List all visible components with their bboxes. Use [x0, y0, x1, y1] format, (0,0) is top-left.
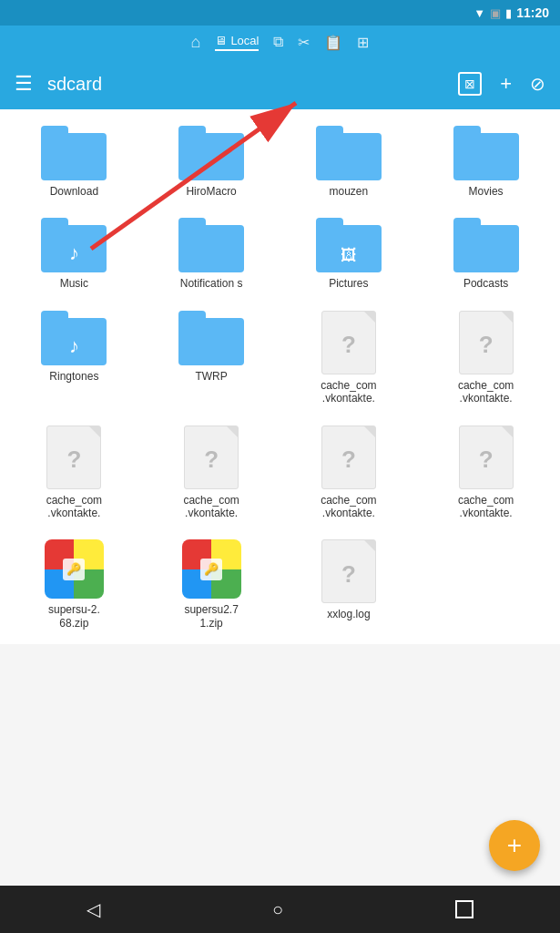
list-item[interactable]: ♪ Music: [7, 209, 141, 297]
list-item[interactable]: ? cache_com .vkontakte.: [282, 302, 416, 413]
home-nav-icon[interactable]: ○: [272, 899, 283, 920]
toolbar-cut-icon[interactable]: ✂: [298, 34, 310, 51]
file-label: mouzen: [330, 185, 369, 198]
file-grid: Download HiroMacro mouzen Movies: [0, 109, 560, 644]
toolbar-grid-icon[interactable]: ⊞: [357, 34, 369, 51]
block-icon[interactable]: ⊘: [530, 73, 545, 95]
status-time: 11:20: [516, 5, 549, 20]
supersu-key-icon: 🔑: [204, 562, 219, 576]
file-label: Pictures: [329, 277, 368, 290]
file-label: cache_com .vkontakte.: [37, 494, 110, 520]
hamburger-icon[interactable]: ☰: [15, 72, 33, 96]
file-label: Ringtones: [49, 370, 98, 383]
list-item[interactable]: ? cache_com .vkontakte.: [282, 416, 416, 528]
file-label: xxlog.log: [327, 608, 370, 620]
list-item[interactable]: ♪ Ringtones: [7, 302, 141, 413]
file-label: Movies: [469, 185, 504, 198]
list-item[interactable]: ? cache_com .vkontakte.: [419, 416, 553, 528]
nav-bar: ◁ ○: [0, 886, 560, 933]
list-item[interactable]: ? cache_com .vkontakte.: [7, 416, 141, 528]
file-label: Music: [60, 277, 88, 290]
wifi-icon: ▼: [473, 6, 485, 20]
app-toolbar: ⌂ 🖥 Local ⧉ ✂ 📋 ⊞: [0, 26, 560, 58]
list-item[interactable]: mouzen: [282, 117, 416, 205]
list-item[interactable]: 🖼 Pictures: [282, 209, 416, 297]
home-icon[interactable]: ⌂: [191, 33, 201, 52]
back-icon[interactable]: ◁: [87, 898, 100, 920]
file-label: HiroMacro: [186, 185, 236, 198]
select-all-icon[interactable]: ⊠: [458, 72, 482, 96]
list-item[interactable]: TWRP: [145, 302, 279, 413]
file-label: cache_com .vkontakte.: [450, 379, 523, 405]
list-item[interactable]: Download: [7, 117, 141, 205]
list-item[interactable]: 🔑 supersu-2. 68.zip: [7, 530, 141, 637]
file-label: Download: [50, 185, 98, 198]
fab-icon: +: [507, 831, 522, 860]
main-toolbar: ☰ sdcard ⊠ + ⊘: [0, 58, 560, 109]
toolbar-title: sdcard: [47, 74, 443, 95]
file-label: cache_com .vkontakte.: [312, 379, 385, 405]
status-bar: ▼ ▣ ▮ 11:20: [0, 0, 560, 26]
supersu-key-icon: 🔑: [66, 562, 81, 576]
local-tab[interactable]: 🖥 Local: [215, 34, 259, 51]
list-item[interactable]: HiroMacro: [145, 117, 279, 205]
toolbar-paste-icon[interactable]: 📋: [324, 34, 342, 51]
file-label: Podcasts: [463, 277, 508, 290]
file-label: cache_com .vkontakte.: [450, 494, 523, 520]
list-item[interactable]: ? cache_com .vkontakte.: [145, 416, 279, 528]
list-item[interactable]: 🔑 supersu2.7 1.zip: [145, 530, 279, 637]
list-item[interactable]: Podcasts: [419, 209, 553, 297]
list-item[interactable]: Movies: [419, 117, 553, 205]
fab-button[interactable]: +: [489, 820, 540, 871]
file-label: supersu2.7 1.zip: [175, 603, 248, 630]
file-label: supersu-2. 68.zip: [37, 603, 110, 630]
battery-icon: ▮: [505, 6, 512, 20]
content-area: Download HiroMacro mouzen Movies: [0, 109, 560, 886]
file-label: cache_com .vkontakte.: [312, 494, 385, 520]
recents-icon[interactable]: [455, 900, 473, 918]
toolbar-copy-icon[interactable]: ⧉: [273, 34, 283, 50]
file-label: TWRP: [195, 370, 227, 383]
signal-icon: ▣: [490, 6, 501, 20]
list-item[interactable]: ? cache_com .vkontakte.: [419, 302, 553, 413]
file-label: cache_com .vkontakte.: [175, 494, 248, 520]
file-label: Notification s: [180, 277, 243, 290]
toolbar-actions: ⊠ + ⊘: [458, 72, 545, 96]
status-icons: ▼ ▣ ▮ 11:20: [473, 5, 549, 20]
add-icon[interactable]: +: [500, 72, 512, 96]
list-item[interactable]: Notification s: [145, 209, 279, 297]
list-item[interactable]: ? xxlog.log: [282, 530, 416, 637]
